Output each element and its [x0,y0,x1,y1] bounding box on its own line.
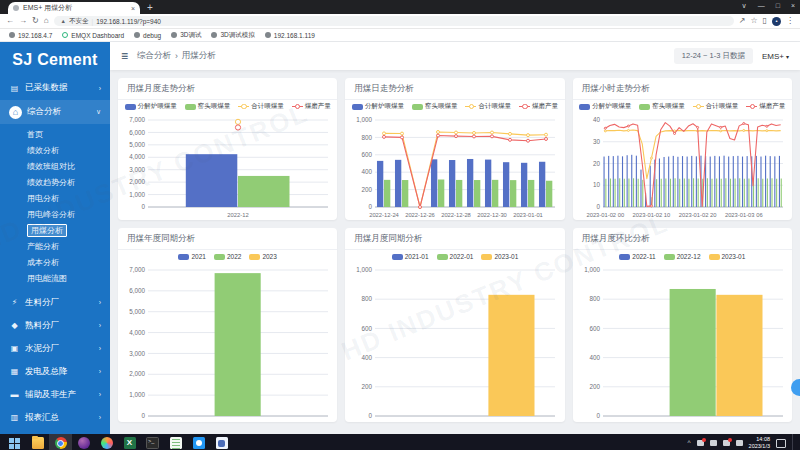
sidebar-subitem[interactable]: 绩效班组对比 [0,158,110,174]
hamburger-icon[interactable]: ≡ [121,50,128,62]
taskbar-app-chrome[interactable] [49,434,72,450]
security-warning-icon: ▲ [61,18,66,24]
profile-dropdown[interactable]: EMS+ ▾ [762,52,789,61]
bookmark-label: 192.168.4.7 [18,32,52,39]
sidebar-bottom-groups: ⚡生料分厂›◆熟料分厂›▣水泥分厂›▦发电及总降›▬辅助及非生产›▥报表汇总› [0,291,110,429]
chart-canvas-wrap: 02004006008001,000 [573,263,792,422]
legend-item[interactable]: 2022 [214,253,241,260]
taskbar-app-teams[interactable] [210,434,233,450]
show-desktop-button[interactable] [792,434,796,450]
legend-item[interactable]: 2021-01 [392,253,429,260]
sidebar-subitem[interactable]: 绩效趋势分析 [0,174,110,190]
legend-item[interactable]: 2023 [249,253,276,260]
tab-close-icon[interactable]: × [131,5,135,12]
taskbar-app-terminal[interactable] [141,434,164,450]
sidebar-item-collected-data[interactable]: ▤ 已采集数据 › [0,76,110,100]
taskbar-app-explorer[interactable] [26,434,49,450]
date-range-chip[interactable]: 12-24 ~ 1-3 日数据 [674,48,753,64]
share-icon[interactable]: ↗ [739,17,746,25]
legend-item[interactable]: 分解炉喂煤量 [579,102,631,111]
legend-item[interactable]: 分解炉喂煤量 [352,102,404,111]
sidebar-subitem[interactable]: 产能分析 [0,238,110,254]
sidebar-subitem-label: 首页 [27,129,43,140]
new-tab-button[interactable]: + [147,3,153,13]
bookmark-item[interactable]: debug [134,32,161,39]
sidebar-item-group[interactable]: ▬辅助及非生产› [0,383,110,406]
address-bar[interactable]: ▲ 不安全 | 192.168.1.119/?p=940 [54,16,734,26]
clock[interactable]: 14:08 2023/1/3 [749,436,770,450]
factory-icon: ▬ [9,390,20,399]
legend-label: 2023 [262,253,276,260]
legend-item[interactable]: 窑头喂煤量 [412,102,458,111]
sidebar-subitem[interactable]: 用电能流图 [0,270,110,286]
forward-icon[interactable]: → [19,17,27,25]
back-icon[interactable]: ← [6,17,14,25]
legend-item[interactable]: 煤磨产量 [519,102,558,111]
taskbar-app-excel[interactable] [118,434,141,450]
sidebar-item-group[interactable]: ⚡生料分厂› [0,291,110,314]
sidebar: SJ Cement ▤ 已采集数据 › ⌂ 综合分析 ∨ 首页绩效分析绩效班组对… [0,42,110,434]
legend-item[interactable]: 2021 [178,253,205,260]
legend-item[interactable]: 2022-01 [437,253,474,260]
sidebar-item-group[interactable]: ▣水泥分厂› [0,337,110,360]
legend-item[interactable]: 合计喂煤量 [465,102,511,111]
tray-expand-icon[interactable]: ^ [688,440,691,447]
caret-down-icon: ▾ [786,53,789,60]
legend-item[interactable]: 窑头喂煤量 [639,102,685,111]
menu-kebab-icon[interactable]: ⋮ [786,17,794,25]
bookmark-item[interactable]: 192.168.4.7 [9,32,52,39]
taskbar-app-notepad[interactable] [164,434,187,450]
sidebar-subitem-label: 用煤分析 [27,224,67,237]
side-panel-icon[interactable]: ▯ [763,17,767,25]
breadcrumb-parent[interactable]: 综合分析 [137,50,171,62]
legend-label: 窑头喂煤量 [652,102,685,111]
legend-item[interactable]: 2022-12 [664,253,701,260]
bookmark-item[interactable]: EMQX Dashboard [62,32,124,39]
sidebar-item-group[interactable]: ▥报表汇总› [0,406,110,429]
sidebar-item-group[interactable]: ▦发电及总降› [0,360,110,383]
legend-item[interactable]: 合计喂煤量 [693,102,739,111]
window-minimize-button[interactable]: — [758,2,765,9]
svg-text:600: 600 [589,325,600,332]
ime-icon[interactable] [736,440,743,446]
profile-avatar[interactable]: • [772,17,781,26]
sidebar-item-group[interactable]: ◆熟料分厂› [0,314,110,337]
legend-item[interactable]: 煤磨产量 [746,102,785,111]
legend-item[interactable]: 分解炉喂煤量 [125,102,177,111]
display-icon[interactable] [710,440,717,446]
legend-item[interactable]: 2022-11 [619,253,655,260]
legend-item[interactable]: 合计喂煤量 [238,102,284,111]
sidebar-item-analysis[interactable]: ⌂ 综合分析 ∨ [0,100,110,124]
home-icon[interactable]: ⌂ [44,17,49,25]
legend-item[interactable]: 2023-01 [481,253,518,260]
volume-icon[interactable] [723,440,730,446]
action-center-icon[interactable] [776,439,786,448]
legend-item[interactable]: 煤磨产量 [292,102,331,111]
window-maximize-button[interactable]: □ [776,2,780,9]
chart-card: 用煤日走势分析分解炉喂煤量窑头喂煤量合计喂煤量煤磨产量0200400600800… [345,78,564,220]
sidebar-subitem[interactable]: 首页 [0,126,110,142]
sidebar-subitem[interactable]: 成本分析 [0,254,110,270]
sidebar-subitem[interactable]: 用电峰谷分析 [0,206,110,222]
window-close-button[interactable]: × [791,2,795,9]
svg-text:0: 0 [141,412,145,419]
taskbar-app-purple[interactable] [72,434,95,450]
taskbar-app-start[interactable] [3,434,26,450]
globe-icon [211,32,217,38]
sidebar-subitem[interactable]: 用电分析 [0,190,110,206]
reload-icon[interactable]: ↻ [32,17,39,25]
legend-label: 分解炉喂煤量 [592,102,631,111]
legend-item[interactable]: 窑头喂煤量 [185,102,231,111]
taskbar-app-colorful[interactable] [95,434,118,450]
sidebar-subitem[interactable]: 绩效分析 [0,142,110,158]
notification-icon[interactable] [697,440,704,446]
bookmark-item[interactable]: 192.168.1.119 [265,32,315,39]
bookmark-item[interactable]: 3D调试 [171,31,201,40]
taskbar-app-photos[interactable] [187,434,210,450]
bookmark-item[interactable]: 3D调试模拟 [211,31,254,40]
bookmark-star-icon[interactable]: ☆ [750,17,757,25]
browser-tab[interactable]: EMS+ 用煤分析 × [8,2,140,14]
legend-item[interactable]: 2023-01 [709,253,746,260]
sidebar-subitem[interactable]: 用煤分析 [0,222,110,238]
tab-search-icon[interactable]: ∨ [742,2,747,9]
